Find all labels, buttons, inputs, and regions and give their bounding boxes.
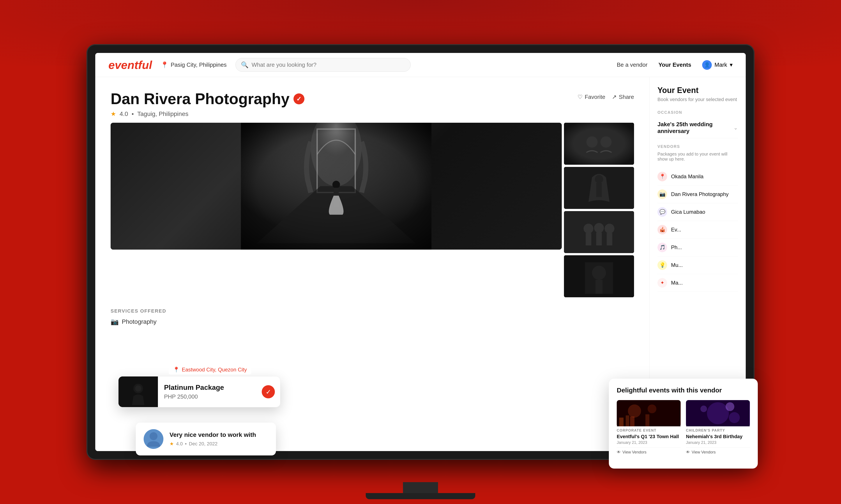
vendor-item[interactable]: 💬 Gica Lumabao	[657, 203, 738, 221]
review-text: Very nice vendor to work with	[170, 431, 256, 438]
vendor-actions: ♡ Favorite ↗ Share	[578, 90, 634, 101]
svg-rect-9	[564, 123, 634, 165]
verified-badge: ✓	[293, 93, 305, 104]
svg-rect-34	[630, 416, 634, 426]
svg-point-18	[605, 224, 615, 234]
chat-icon: 💬	[657, 207, 667, 217]
vendor-item[interactable]: 📍 Okada Manila	[657, 168, 738, 185]
services-label: SERVICES OFFERED	[110, 308, 634, 314]
event-name-2: Nehemiah's 3rd Birthday	[686, 434, 750, 439]
svg-point-39	[700, 406, 707, 412]
svg-rect-12	[596, 183, 602, 197]
thumbnail-4[interactable]	[564, 255, 634, 297]
events-popup: Delightful events with this vendor CORPO…	[609, 379, 758, 469]
vendors-label: VENDORS	[657, 144, 738, 149]
eye-icon-2: 👁	[686, 450, 690, 454]
occasion-row[interactable]: Jake's 25th wedding anniversary ⌄	[657, 118, 738, 138]
review-star: ★	[170, 441, 174, 447]
svg-rect-23	[596, 280, 602, 294]
svg-point-30	[628, 404, 641, 418]
vendor-item-name: Ma...	[671, 280, 683, 286]
main-photo	[110, 123, 562, 250]
your-events-link[interactable]: Your Events	[658, 61, 691, 68]
favorite-button[interactable]: ♡ Favorite	[578, 94, 605, 101]
event-icon: 🎪	[657, 225, 667, 234]
share-icon: ↗	[612, 94, 617, 101]
svg-point-14	[584, 224, 594, 234]
view-vendors-button-2[interactable]: 👁 View Vendors	[686, 448, 750, 454]
review-card: Very nice vendor to work with ★ 4.0 • De…	[136, 422, 276, 455]
vendor-item-name: Ev...	[671, 227, 681, 233]
be-vendor-link[interactable]: Be a vendor	[617, 61, 647, 68]
chevron-down-icon: ▾	[730, 61, 733, 68]
svg-point-16	[594, 223, 604, 233]
vendor-item[interactable]: ✦ Ma...	[657, 274, 738, 292]
monitor-wrapper: eventful 📍 Pasig City, Philippines 🔍 Be …	[70, 22, 771, 482]
vendor-item-name: Ph...	[671, 244, 682, 250]
vendor-rating: 4.0	[120, 110, 128, 118]
vendor-meta: ★ 4.0 • Taguig, Philippines	[110, 110, 305, 118]
svg-rect-15	[586, 233, 591, 246]
popup-title: Delightful events with this vendor	[617, 386, 750, 394]
svg-point-22	[592, 266, 606, 280]
location-icon: 📍	[161, 61, 168, 69]
svg-point-28	[150, 432, 157, 440]
app-logo[interactable]: eventful	[108, 58, 152, 72]
thumbnail-1[interactable]	[564, 123, 634, 165]
event-card-2: CHILDREN'S PARTY Nehemiah's 3rd Birthday…	[686, 400, 750, 454]
svg-point-38	[725, 402, 734, 411]
svg-point-26	[135, 385, 141, 392]
thumbnail-2[interactable]	[564, 167, 634, 209]
occasion-name: Jake's 25th wedding anniversary	[657, 121, 734, 134]
view-vendors-button-1[interactable]: 👁 View Vendors	[617, 448, 681, 454]
package-image	[119, 376, 158, 407]
package-name: Platinum Package	[164, 383, 256, 392]
service-name: Photography	[122, 318, 157, 325]
search-bar[interactable]: 🔍	[236, 58, 411, 72]
events-grid: CORPORATE EVENT Eventful's Q1 '23 Town H…	[617, 400, 750, 454]
svg-rect-35	[646, 414, 649, 426]
user-menu[interactable]: 👤 Mark ▾	[702, 60, 733, 70]
search-input[interactable]	[252, 61, 405, 68]
package-check-icon: ✓	[262, 385, 275, 398]
heart-icon: ♡	[578, 94, 583, 101]
photo-icon: 📷	[657, 190, 667, 199]
vendor-item[interactable]: 📷 Dan Rivera Photography	[657, 185, 738, 203]
package-price: PHP 250,000	[164, 393, 256, 400]
vendor-item[interactable]: 🎵 Ph...	[657, 239, 738, 256]
vendor-item[interactable]: 🎪 Ev...	[657, 221, 738, 239]
location-selector[interactable]: 📍 Pasig City, Philippines	[161, 61, 226, 69]
your-event-title: Your Event	[657, 86, 738, 95]
gallery-main-image[interactable]	[110, 123, 562, 250]
event-date-1: January 21, 2023	[617, 440, 681, 445]
vendor-item[interactable]: 💡 Mu...	[657, 256, 738, 274]
vendor-item-name: Mu...	[671, 262, 683, 268]
star-icon: ★	[110, 110, 116, 118]
vendor-list: 📍 Okada Manila 📷 Dan Rivera Photography …	[657, 168, 738, 292]
light-icon: 💡	[657, 260, 667, 270]
vendor-item-name: Dan Rivera Photography	[671, 191, 728, 197]
chevron-down-icon: ⌄	[734, 125, 738, 131]
svg-point-37	[707, 402, 729, 424]
eye-icon: 👁	[617, 450, 621, 454]
vendor-item-name: Gica Lumabao	[671, 209, 705, 215]
package-info: Platinum Package PHP 250,000	[158, 378, 262, 406]
event-date-2: January 21, 2023	[686, 440, 750, 445]
user-name: Mark	[715, 61, 727, 68]
share-button[interactable]: ↗ Share	[612, 94, 634, 101]
svg-rect-5	[241, 123, 431, 250]
location-text: Pasig City, Philippines	[171, 61, 226, 68]
vendor-item-name: Okada Manila	[671, 174, 703, 180]
reviewer-avatar	[144, 429, 164, 449]
view-label-1: View Vendors	[622, 450, 647, 454]
review-content: Very nice vendor to work with ★ 4.0 • De…	[170, 431, 256, 447]
event-card-1: CORPORATE EVENT Eventful's Q1 '23 Town H…	[617, 400, 681, 454]
vendors-subtitle: Packages you add to your event will show…	[657, 151, 738, 162]
svg-rect-32	[619, 418, 623, 426]
search-icon: 🔍	[241, 61, 248, 69]
vendor-address: Eastwood City, Quezon City	[182, 367, 247, 373]
svg-point-31	[648, 404, 656, 413]
review-date: Dec 20, 2022	[189, 441, 218, 447]
thumbnail-3[interactable]	[564, 211, 634, 253]
review-meta: ★ 4.0 • Dec 20, 2022	[170, 441, 256, 447]
